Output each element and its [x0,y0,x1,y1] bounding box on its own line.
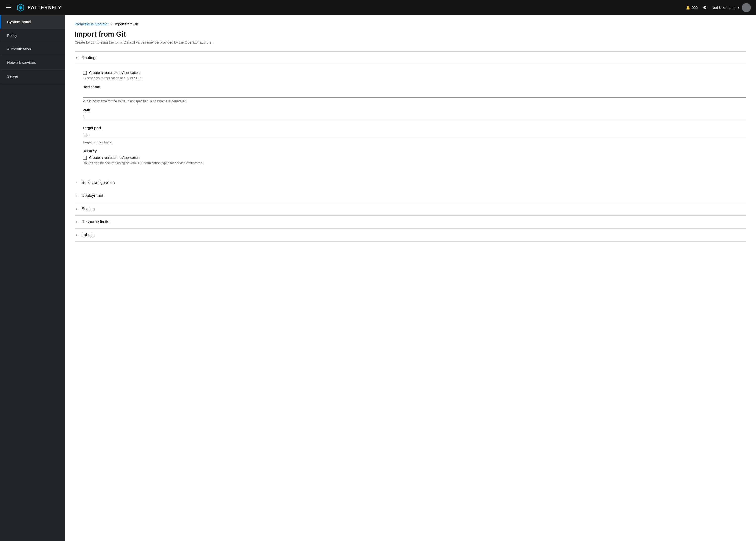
breadcrumb-current: Import from Git [114,22,138,26]
page-title: Import from Git [75,30,746,38]
section-build-configuration-header[interactable]: › Build configuration [75,176,746,189]
sidebar-item-label: Authentication [7,47,31,51]
hamburger-menu[interactable] [5,5,12,10]
hostname-group: Hostname Public hostname for the route. … [83,85,746,103]
section-scaling-header[interactable]: › Scaling [75,203,746,215]
sidebar-item-system-panel[interactable]: System panel [0,15,65,29]
hostname-input[interactable] [83,90,746,98]
sidebar: System panel Policy Authentication Netwo… [0,15,65,541]
notification-count: 000 [692,6,698,10]
section-resource-limits: › Resource limits [75,215,746,229]
sidebar-item-label: System panel [7,20,31,24]
sidebar-item-authentication[interactable]: Authentication [0,42,65,56]
notification-bell[interactable]: 🔔 000 [686,6,698,10]
breadcrumb-link[interactable]: Prometheus Operator [75,22,109,26]
security-checkbox[interactable] [83,156,87,160]
user-menu[interactable]: Ned Username ▼ [712,3,751,12]
security-checkbox-label: Create a route to the Application [89,156,140,160]
breadcrumb-separator: > [111,22,112,26]
route-checkbox-helper: Exposes your Application at a public URL [83,76,746,80]
logo-text: PATTERNFLY [28,5,62,10]
target-port-label: Target port [83,126,746,130]
section-resource-limits-header[interactable]: › Resource limits [75,216,746,229]
settings-icon[interactable]: ⚙ [703,5,707,10]
bell-icon: 🔔 [686,6,690,10]
routing-chevron-icon: ▾ [75,56,79,60]
route-checkbox-row: Create a route to the Application [83,71,746,75]
app-body: System panel Policy Authentication Netwo… [0,15,756,541]
username-label: Ned Username [712,6,735,10]
routing-content: Create a route to the Application Expose… [75,65,746,176]
build-config-chevron-icon: › [75,181,79,184]
route-checkbox-label: Create a route to the Application [89,71,140,75]
deployment-chevron-icon: › [75,194,79,198]
main-content: Prometheus Operator > Import from Git Im… [65,15,756,541]
section-build-configuration: › Build configuration [75,176,746,189]
topnav-right: 🔔 000 ⚙ Ned Username ▼ [686,3,751,12]
path-input[interactable] [83,114,746,121]
section-labels-label: Labels [82,233,93,237]
labels-chevron-icon: › [75,233,79,237]
sidebar-item-label: Server [7,74,18,78]
top-navigation: PATTERNFLY 🔔 000 ⚙ Ned Username ▼ [0,0,756,15]
sidebar-item-network-services[interactable]: Network services [0,56,65,70]
route-checkbox[interactable] [83,71,87,75]
logo-icon [16,3,25,12]
section-resource-limits-label: Resource limits [82,220,109,224]
path-label: Path [83,108,746,112]
section-labels-header[interactable]: › Labels [75,229,746,242]
sidebar-item-label: Network services [7,60,36,65]
section-labels: › Labels [75,229,746,242]
hostname-label: Hostname [83,85,746,89]
security-helper: Routes can be secured using several TLS … [83,161,746,165]
hostname-helper: Public hostname for the route. If not sp… [83,99,746,103]
section-scaling-label: Scaling [82,207,95,211]
scaling-chevron-icon: › [75,207,79,211]
logo: PATTERNFLY [16,3,62,12]
security-checkbox-row: Create a route to the Application [83,156,746,160]
sidebar-item-policy[interactable]: Policy [0,29,65,42]
section-routing-label: Routing [82,56,96,60]
section-routing: ▾ Routing Create a route to the Applicat… [75,51,746,176]
page-subtitle: Create by completing the form. Default v… [75,40,746,44]
security-group: Security Create a route to the Applicati… [83,149,746,165]
section-build-configuration-label: Build configuration [82,180,115,185]
sidebar-item-server[interactable]: Server [0,70,65,83]
section-deployment-label: Deployment [82,194,103,198]
target-port-group: Target port Target port for traffic. [83,126,746,144]
target-port-input[interactable] [83,132,746,139]
section-deployment: › Deployment [75,189,746,202]
section-scaling: › Scaling [75,202,746,215]
avatar [742,3,751,12]
target-port-helper: Target port for traffic. [83,140,746,144]
breadcrumb: Prometheus Operator > Import from Git [75,22,746,26]
path-group: Path [83,108,746,121]
section-deployment-header[interactable]: › Deployment [75,190,746,202]
sidebar-item-label: Policy [7,33,17,38]
security-label: Security [83,149,746,153]
section-routing-header[interactable]: ▾ Routing [75,52,746,65]
resource-limits-chevron-icon: › [75,220,79,224]
chevron-down-icon: ▼ [737,6,740,9]
